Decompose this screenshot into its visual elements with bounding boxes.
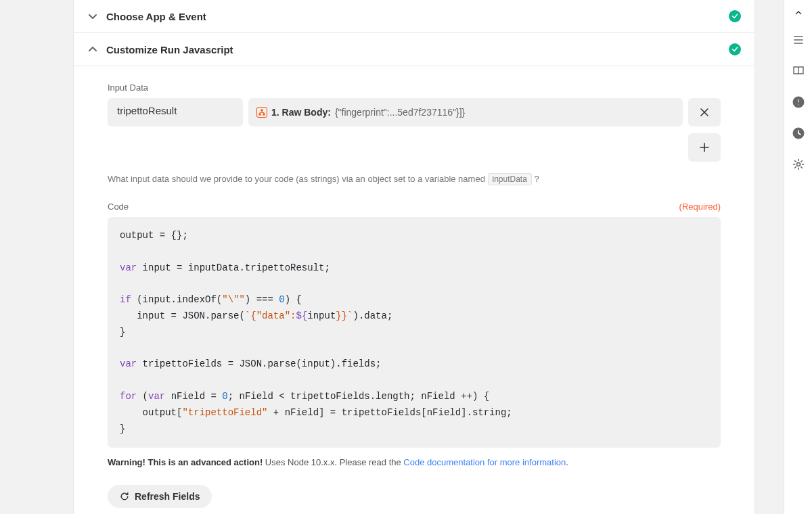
warning-text: Warning! This is an advanced action! Use…: [108, 457, 721, 467]
required-label: (Required): [679, 202, 721, 212]
input-data-help: What input data should we provide to you…: [108, 174, 721, 184]
plus-icon: [700, 143, 709, 152]
right-rail: [784, 0, 812, 514]
book-icon[interactable]: [790, 62, 807, 80]
input-data-label: Input Data: [108, 83, 721, 93]
caret-up-icon[interactable]: [790, 8, 807, 18]
alert-icon[interactable]: [790, 93, 807, 111]
section-choose-app[interactable]: Choose App & Event: [74, 0, 754, 33]
svg-rect-4: [798, 99, 799, 103]
main-scroll[interactable]: Choose App & Event Customize Run Javascr…: [0, 0, 784, 514]
svg-rect-1: [259, 114, 261, 116]
step-panel: Choose App & Event Customize Run Javascr…: [73, 0, 755, 514]
svg-rect-2: [263, 114, 265, 116]
gear-icon[interactable]: [790, 156, 807, 173]
token-step-label: 1. Raw Body:: [271, 107, 331, 118]
section-customize[interactable]: Customize Run Javascript: [74, 33, 754, 66]
code-editor[interactable]: output = {}; var input = inputData.tripe…: [108, 217, 721, 448]
refresh-icon: [120, 492, 129, 501]
input-token-pill[interactable]: 1. Raw Body: {"fingerprint":...5ed7f2371…: [248, 98, 683, 126]
close-icon: [700, 108, 709, 117]
svg-rect-0: [261, 110, 263, 112]
section-title: Choose App & Event: [106, 11, 206, 22]
svg-point-7: [796, 163, 800, 166]
token-value: {"fingerprint":...5ed7f237116"}]}: [335, 107, 465, 118]
code-label: Code: [108, 202, 129, 212]
check-icon: [729, 43, 741, 55]
input-var-name[interactable]: tripettoResult: [108, 98, 243, 126]
check-icon: [729, 10, 741, 22]
outline-icon[interactable]: [790, 31, 807, 49]
svg-rect-5: [798, 104, 799, 106]
chevron-down-icon: [86, 9, 99, 23]
inline-code: inputData: [488, 173, 532, 185]
clock-icon[interactable]: [790, 124, 807, 142]
chevron-up-icon: [86, 43, 99, 56]
hierarchy-icon: [256, 107, 267, 118]
add-input-button[interactable]: [688, 133, 721, 162]
code-docs-link[interactable]: Code documentation for more information: [403, 457, 566, 467]
refresh-fields-button[interactable]: Refresh Fields: [108, 485, 212, 508]
section-title: Customize Run Javascript: [106, 44, 233, 55]
section-body: Input Data tripettoResult 1. Raw Body: {…: [74, 66, 754, 514]
remove-input-button[interactable]: [688, 98, 721, 126]
